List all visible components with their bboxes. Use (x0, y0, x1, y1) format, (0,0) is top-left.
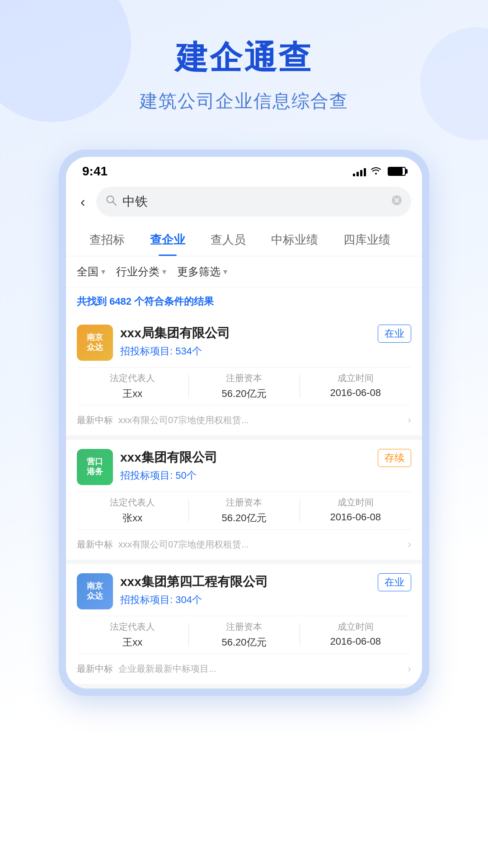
search-clear-icon[interactable] (391, 194, 402, 209)
company-name-3: xxx集团第四工程有限公司 (120, 573, 371, 590)
card-details-3: 法定代表人 王xx 注册资本 56.20亿元 成立时间 2016-06-08 (77, 616, 411, 654)
card-info-2: xxx集团有限公司 招投标项目: 50个 (120, 449, 371, 482)
company-logo-1: 南京 众达 (77, 325, 113, 361)
signal-icon (353, 166, 366, 176)
latest-bid-2: 最新中标 xxx有限公司07宗地使用权租赁... (77, 538, 408, 551)
card-bottom-1[interactable]: 最新中标 xxx有限公司07宗地使用权租赁... › (77, 412, 411, 426)
card-details-2: 法定代表人 张xx 注册资本 56.20亿元 成立时间 2016-06-08 (77, 491, 411, 530)
app-subtitle: 建筑公司企业信息综合查 (18, 89, 470, 113)
detail-date-2: 成立时间 2016-06-08 (300, 496, 411, 525)
card-bottom-2[interactable]: 最新中标 xxx有限公司07宗地使用权租赁... › (77, 536, 411, 551)
detail-legal-3: 法定代表人 王xx (77, 621, 188, 649)
result-count-bar: 共找到 6482 个符合条件的结果 (66, 288, 422, 316)
svg-line-1 (113, 202, 116, 205)
detail-capital-1: 注册资本 56.20亿元 (188, 372, 300, 401)
status-time: 9:41 (82, 164, 108, 179)
status-icons (353, 165, 406, 177)
search-icon (105, 194, 117, 209)
chevron-right-icon-2: › (408, 538, 411, 551)
phone-container: 9:41 ‹ (0, 132, 488, 696)
tab-bid-result[interactable]: 中标业绩 (258, 224, 331, 256)
card-details-1: 法定代表人 王xx 注册资本 56.20亿元 成立时间 2016-06-08 (77, 367, 411, 406)
battery-icon (388, 167, 406, 176)
detail-date-3: 成立时间 2016-06-08 (300, 621, 411, 649)
latest-bid-1: 最新中标 xxx有限公司07宗地使用权租赁... (77, 414, 408, 426)
tab-search-person[interactable]: 查人员 (198, 224, 258, 256)
card-info-3: xxx集团第四工程有限公司 招投标项目: 304个 (120, 573, 371, 607)
svg-point-0 (107, 196, 113, 203)
detail-legal-1: 法定代表人 王xx (77, 372, 188, 401)
company-logo-2: 营口 港务 (77, 449, 113, 485)
card-top-3: 南京 众达 xxx集团第四工程有限公司 招投标项目: 304个 在业 (77, 573, 411, 609)
header-section: 建企通查 建筑公司企业信息综合查 (0, 0, 488, 132)
card-bottom-3[interactable]: 最新中标 企业最新最新中标项目... › (77, 660, 411, 675)
status-bar: 9:41 (66, 157, 422, 182)
filter-industry-arrow: ▾ (162, 267, 166, 277)
card-top-1: 南京 众达 xxx局集团有限公司 招投标项目: 534个 在业 (77, 325, 411, 361)
search-input-wrap[interactable]: 中铁 (96, 187, 411, 217)
phone-mockup: 9:41 ‹ (59, 150, 429, 696)
tab-search-bid[interactable]: 查招标 (77, 224, 137, 256)
filter-region-arrow: ▾ (101, 267, 105, 277)
company-name-1: xxx局集团有限公司 (120, 325, 371, 342)
filter-industry[interactable]: 行业分类 ▾ (116, 264, 166, 279)
wifi-icon (371, 165, 381, 177)
project-count-3: 招投标项目: 304个 (120, 593, 371, 607)
detail-legal-2: 法定代表人 张xx (77, 496, 188, 525)
app-title: 建企通查 (18, 36, 470, 80)
project-count-2: 招投标项目: 50个 (120, 469, 371, 482)
card-info-1: xxx局集团有限公司 招投标项目: 534个 (120, 325, 371, 358)
company-card-3[interactable]: 南京 众达 xxx集团第四工程有限公司 招投标项目: 304个 在业 法定代表人 (66, 564, 422, 689)
back-button[interactable]: ‹ (77, 192, 89, 212)
chevron-right-icon-3: › (408, 662, 411, 675)
detail-capital-3: 注册资本 56.20亿元 (188, 621, 300, 649)
company-logo-3: 南京 众达 (77, 573, 113, 609)
company-card-2[interactable]: 营口 港务 xxx集团有限公司 招投标项目: 50个 存续 法定代表人 张xx (66, 440, 422, 564)
chevron-right-icon-1: › (408, 414, 411, 426)
search-input-value[interactable]: 中铁 (122, 193, 386, 210)
tab-search-company[interactable]: 查企业 (137, 224, 198, 256)
search-bar-area: ‹ 中铁 (66, 182, 422, 224)
latest-bid-3: 最新中标 企业最新最新中标项目... (77, 663, 408, 675)
detail-date-1: 成立时间 2016-06-08 (300, 372, 411, 401)
status-badge-1: 在业 (378, 325, 411, 343)
status-badge-2: 存续 (378, 449, 411, 467)
company-name-2: xxx集团有限公司 (120, 449, 371, 466)
detail-capital-2: 注册资本 56.20亿元 (188, 496, 300, 525)
filter-region[interactable]: 全国 ▾ (77, 264, 105, 279)
tabs-row: 查招标 查企业 查人员 中标业绩 四库业绩 (66, 224, 422, 256)
card-top-2: 营口 港务 xxx集团有限公司 招投标项目: 50个 存续 (77, 449, 411, 485)
company-card-1[interactable]: 南京 众达 xxx局集团有限公司 招投标项目: 534个 在业 法定代表人 王x (66, 316, 422, 440)
status-badge-3: 在业 (378, 573, 411, 591)
tab-four-db[interactable]: 四库业绩 (331, 224, 403, 256)
phone-screen: 9:41 ‹ (66, 157, 422, 689)
filter-row: 全国 ▾ 行业分类 ▾ 更多筛选 ▾ (66, 256, 422, 288)
project-count-1: 招投标项目: 534个 (120, 344, 371, 358)
filter-more[interactable]: 更多筛选 ▾ (177, 264, 227, 279)
filter-more-arrow: ▾ (223, 267, 227, 277)
